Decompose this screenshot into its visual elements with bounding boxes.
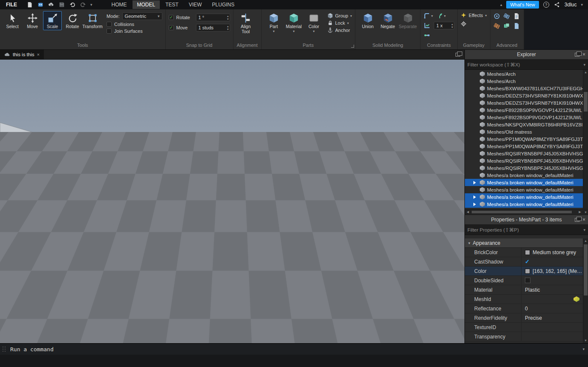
split-view-icon[interactable] [455,53,460,57]
scroll-right-icon[interactable]: ▶ [577,210,583,214]
stepper-up-icon[interactable]: ▴ [452,23,453,26]
scrollbar-thumb[interactable] [584,92,588,112]
close-properties-icon[interactable]: × [582,217,585,223]
explorer-item[interactable]: Meshes/DEDZS73HVSRN87Y81KI910HWX [465,99,583,106]
user-caret-icon[interactable]: ▾ [581,3,583,7]
brickcolor-value[interactable]: Medium stone grey [522,248,583,257]
explorer-item[interactable]: Meshes/BXWW043781L6XCH77U3IFEGGH [465,85,583,92]
command-input[interactable]: Run a command [10,346,54,353]
redo-icon[interactable] [80,1,86,8]
explorer-vertical-scrollbar[interactable]: ▲ [583,70,588,209]
group-caret-icon[interactable]: ▾ [350,15,352,17]
collapse-ribbon-icon[interactable]: ▴ [500,3,502,7]
collisions-checkbox-row[interactable]: Collisions [107,22,162,27]
drag-grip-icon[interactable] [3,347,6,352]
stepper-down-icon[interactable]: ▾ [227,28,229,31]
select-tool-button[interactable]: Select [3,11,22,30]
explorer-item[interactable]: Meshes/Arch [465,77,583,85]
transparency-value[interactable] [522,332,583,341]
snap-rotate-stepper[interactable]: 1 ° ▴▾ [196,14,230,21]
chevron-right-icon[interactable] [473,203,480,206]
command-caret-icon[interactable]: ▾ [582,347,585,351]
constraint-details-button[interactable] [424,22,430,29]
stepper-down-icon[interactable]: ▾ [227,17,229,20]
snap-move-stepper[interactable]: 1 studs ▴▾ [196,24,230,32]
color-caret-icon[interactable]: ▾ [313,30,314,32]
transform-tool-button[interactable]: Transform [83,11,102,30]
attachment-caret-icon[interactable]: ▾ [444,15,446,17]
explorer-item[interactable]: Meshes/RQSIRYBN5BPFJ45J05XBHVHSG [465,150,583,157]
chevron-right-icon[interactable] [473,195,480,199]
handle-blue-left[interactable] [268,216,277,225]
explorer-item[interactable]: Meshes/RQSIRYBN5BPFJ45J05XBHVHSG [465,164,583,172]
checkbox-checked-icon[interactable]: ✓ [525,258,530,265]
close-explorer-icon[interactable]: × [582,52,585,57]
filter-workspace-input[interactable] [467,62,583,67]
lock-caret-icon[interactable]: ▾ [347,22,349,24]
handle-red-left[interactable] [232,253,242,263]
effects-caret-icon[interactable]: ▾ [485,14,487,17]
scroll-up-icon[interactable]: ▲ [583,238,588,244]
help-icon[interactable]: ? [543,2,549,8]
tab-model[interactable]: MODEL [133,0,160,9]
scroll-up-icon[interactable]: ▲ [583,70,588,75]
mode-select[interactable]: Geometric ▾ [122,12,162,20]
handle-green-bottom[interactable] [276,288,286,298]
weld-button[interactable] [424,32,430,39]
meshid-value[interactable] [522,295,583,304]
advanced-script-icon[interactable] [513,13,520,20]
scroll-down-icon[interactable]: ▼ [583,338,588,343]
publish-icon[interactable] [48,1,55,8]
stepper-up-icon[interactable]: ▴ [227,14,229,17]
quick-access-caret-icon[interactable]: ▾ [90,3,92,7]
explorer-item[interactable]: Meshes/DEDZS73HVSRN87Y81KI910HWX [465,92,583,99]
float-window-icon[interactable] [575,53,579,57]
checkbox-unchecked[interactable] [525,278,530,283]
parts-dialog-launcher-icon[interactable] [351,45,354,48]
group-button[interactable]: Group ▾ [327,13,352,19]
snap-rotate-checkbox[interactable]: ✓ [169,15,174,20]
tab-close-icon[interactable]: × [37,52,40,57]
stepper-down-icon[interactable]: ▾ [452,26,453,29]
collisions-checkbox[interactable] [107,22,112,27]
stepper-up-icon[interactable]: ▴ [227,25,229,28]
tab-test[interactable]: TEST [161,0,183,9]
properties-vertical-scrollbar[interactable]: ▲ ▼ [583,238,588,343]
part-caret-icon[interactable]: ▾ [273,30,274,32]
reflectance-value[interactable]: 0 [522,304,583,313]
material-caret-icon[interactable]: ▾ [293,30,294,32]
advanced-atom-blue-icon[interactable] [503,13,510,20]
constraint-caret-icon[interactable]: ▾ [431,15,433,17]
scroll-down-icon[interactable]: ▼ [583,211,588,214]
undo-icon[interactable] [69,1,76,8]
union-button[interactable]: Union [358,11,377,30]
tab-plugins[interactable]: PLUGINS [208,0,239,9]
share-icon[interactable] [553,1,560,8]
color-swatch[interactable] [525,269,530,274]
game-settings-icon[interactable] [37,1,44,8]
user-menu[interactable]: 3dluc [565,2,577,8]
scroll-left-icon[interactable]: ◀ [465,210,471,214]
scrollbar-thumb[interactable] [584,244,588,295]
file-menu-button[interactable]: FILE [0,0,23,9]
handle-blue-front[interactable] [306,236,317,247]
scale-tool-button[interactable]: Scale [43,11,62,30]
save-icon[interactable] [58,1,65,8]
explorer-item[interactable]: Meshes/Old matress [465,128,583,135]
join-surfaces-checkbox-row[interactable]: Join Surfaces [107,29,162,34]
color-button[interactable]: Color ▾ [305,11,323,33]
explorer-item-selected[interactable]: Meshes/a broken window_defaultMateri [465,193,583,201]
constraint-scale-stepper[interactable]: 1 x ▴▾ [434,22,454,29]
whats-new-button[interactable]: What's New [506,1,539,9]
lock-button[interactable]: Lock ▾ [327,20,352,26]
explorer-item[interactable]: Meshes/F8922BS0P9VGOVP14J21Z9UWL [465,114,583,121]
advanced-atom-orange-icon[interactable] [493,23,500,29]
chevron-right-icon[interactable] [473,181,480,184]
appearance-section-header[interactable]: ▾ Appearance [465,238,583,248]
insert-attachment-button[interactable]: ▾ [436,12,446,19]
tab-view[interactable]: VIEW [184,0,207,9]
align-tool-button[interactable]: Align Tool [236,11,255,35]
color-swatch[interactable] [525,250,530,255]
tab-home[interactable]: HOME [107,0,132,9]
create-constraint-button[interactable]: ▾ [424,12,433,19]
